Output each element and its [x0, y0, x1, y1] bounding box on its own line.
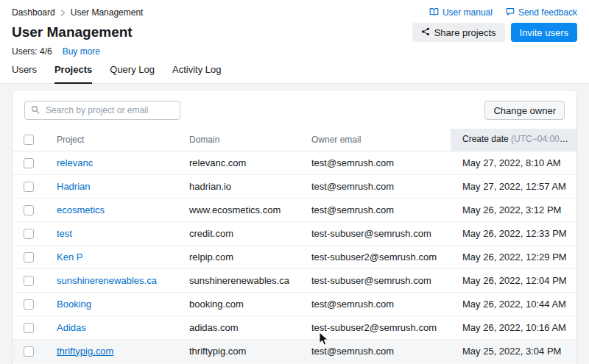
users-count: Users: 4/6	[12, 46, 52, 57]
chevron-right-icon	[60, 10, 66, 16]
tab-users[interactable]: Users	[12, 64, 37, 84]
table-row: Ken P relpip.com test-subuser2@semrush.c…	[13, 245, 576, 268]
owner-email-cell: test@semrush.com	[300, 339, 451, 363]
create-date-cell: May 26, 2022, 12:33 PM	[451, 221, 576, 245]
owner-email-cell: test@semrush.com	[300, 151, 451, 174]
domain-cell: booking.com	[177, 292, 300, 315]
owner-email-cell: test-subuser@semrush.com	[300, 221, 451, 245]
row-checkbox[interactable]	[24, 299, 34, 310]
change-owner-button[interactable]: Change owner	[484, 101, 565, 120]
owner-email-cell: test-subuser2@semrush.com	[300, 245, 451, 268]
create-date-cell: May 27, 2022, 12:57 AM	[451, 174, 576, 198]
invite-users-button[interactable]: Invite users	[511, 23, 577, 42]
domain-cell: www.ecosmetics.com	[177, 198, 300, 221]
project-link[interactable]: test	[57, 228, 72, 239]
project-link[interactable]: Ken P	[57, 251, 82, 263]
create-date-cell: May 26, 2022, 3:12 PM	[451, 198, 576, 221]
owner-email-cell: test@semrush.com	[300, 198, 451, 221]
share-projects-button[interactable]: Share projects	[412, 23, 505, 42]
domain-cell: thriftypig.com	[177, 339, 300, 363]
row-checkbox[interactable]	[24, 323, 34, 333]
page-title: User Management	[12, 24, 133, 40]
tab-bar: Users Projects Query Log Activity Log	[0, 64, 589, 84]
project-link[interactable]: thriftypig.com	[57, 346, 113, 357]
row-checkbox[interactable]	[24, 346, 34, 357]
row-checkbox[interactable]	[24, 158, 34, 168]
select-all-checkbox[interactable]	[24, 135, 34, 145]
table-row: Adidas adidas.com test-subuser2@semrush.…	[13, 315, 576, 339]
projects-table: Project Domain Owner email Create date (…	[13, 129, 576, 364]
project-link[interactable]: Booking	[57, 299, 91, 310]
projects-card: Change owner Project Domain Owner email …	[12, 90, 577, 364]
row-checkbox[interactable]	[24, 182, 34, 192]
table-body: relevanc relevanc.com test@semrush.com M…	[13, 151, 576, 364]
domain-cell: adidas.com	[177, 315, 300, 339]
tab-activity-log[interactable]: Activity Log	[172, 64, 221, 84]
column-header-project: Project	[45, 129, 177, 151]
domain-cell: relevanc.com	[177, 151, 300, 174]
buy-more-link[interactable]: Buy more	[63, 46, 100, 57]
breadcrumb: Dashboard User Management	[12, 7, 143, 18]
project-link[interactable]: ecosmetics	[57, 204, 105, 215]
table-row: ecosmetics www.ecosmetics.com test@semru…	[13, 198, 576, 221]
send-feedback-link[interactable]: Send feedback	[506, 7, 577, 18]
table-row: relevanc relevanc.com test@semrush.com M…	[13, 151, 576, 174]
column-header-owner-email: Owner email	[300, 129, 451, 151]
book-icon	[429, 7, 439, 18]
create-date-cell: May 25, 2022, 3:04 PM	[451, 339, 576, 363]
create-date-cell: May 26, 2022, 12:04 PM	[451, 268, 576, 292]
search-input[interactable]	[44, 104, 174, 116]
create-date-cell: May 26, 2022, 12:29 PM	[451, 245, 576, 268]
create-date-cell: May 27, 2022, 8:10 AM	[451, 151, 576, 174]
project-link[interactable]: Hadrian	[57, 181, 91, 192]
row-checkbox[interactable]	[24, 276, 34, 286]
tab-query-log[interactable]: Query Log	[110, 64, 155, 84]
owner-email-cell: test@semrush.com	[300, 292, 451, 315]
sort-descending-icon	[568, 135, 576, 145]
project-link[interactable]: sunshinerenewables.ca	[57, 275, 157, 286]
search-box	[24, 101, 180, 120]
create-date-cell: May 26, 2022, 10:16 AM	[451, 315, 576, 339]
table-row: Hadrian hadrian.io test@semrush.com May …	[13, 174, 576, 198]
row-checkbox[interactable]	[24, 252, 34, 263]
domain-cell: credit.com	[177, 221, 300, 245]
user-manual-link[interactable]: User manual	[429, 7, 493, 18]
table-row: sunshinerenewables.ca sunshinerenewables…	[13, 268, 576, 292]
owner-email-cell: test-subuser2@semrush.com	[300, 315, 451, 339]
row-checkbox[interactable]	[24, 205, 34, 215]
table-row: Booking booking.com test@semrush.com May…	[13, 292, 576, 315]
column-header-create-date[interactable]: Create date (UTC−04:00)	[451, 129, 576, 151]
tab-projects[interactable]: Projects	[54, 64, 92, 84]
project-link[interactable]: relevanc	[57, 157, 93, 168]
table-header-row: Project Domain Owner email Create date (…	[13, 129, 576, 151]
feedback-bubble-icon	[506, 7, 515, 18]
owner-email-cell: test@semrush.com	[300, 174, 451, 198]
row-checkbox[interactable]	[24, 229, 34, 239]
domain-cell: relpip.com	[177, 245, 300, 268]
table-row: thriftypig.com thriftypig.com test@semru…	[13, 339, 576, 363]
column-header-domain: Domain	[177, 129, 300, 151]
domain-cell: sunshinerenewables.ca	[177, 268, 300, 292]
table-row: test credit.com test-subuser@semrush.com…	[13, 221, 576, 245]
owner-email-cell: test-subuser@semrush.com	[300, 268, 451, 292]
content-area: Change owner Project Domain Owner email …	[0, 84, 589, 364]
breadcrumb-dashboard-link[interactable]: Dashboard	[12, 7, 55, 18]
project-link[interactable]: Adidas	[57, 322, 86, 333]
domain-cell: hadrian.io	[177, 174, 300, 198]
share-icon	[421, 27, 430, 38]
create-date-cell: May 26, 2022, 10:44 AM	[451, 292, 576, 315]
page-header: Dashboard User Management User manual Se…	[0, 0, 589, 84]
search-icon	[31, 104, 40, 117]
breadcrumb-current: User Management	[71, 7, 144, 18]
